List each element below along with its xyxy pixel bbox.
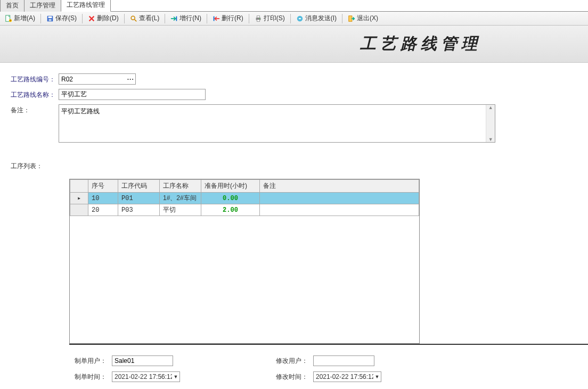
separator	[40, 14, 41, 23]
svg-rect-8	[257, 19, 259, 21]
create-user-label: 制单用户：	[75, 357, 112, 366]
svg-point-5	[131, 16, 135, 20]
modify-user-label: 修改用户：	[276, 357, 313, 366]
svg-rect-7	[257, 15, 259, 18]
separator	[290, 14, 291, 23]
name-input[interactable]	[59, 89, 206, 100]
code-input-wrap: ···	[59, 73, 136, 85]
cell-proc-code[interactable]: P01	[118, 193, 160, 204]
create-time-input[interactable]: 2021-02-22 17:56:12 ▼	[112, 371, 180, 382]
print-icon	[255, 15, 262, 22]
col-proc-name[interactable]: 工序名称	[160, 180, 201, 193]
grid: 序号 工序代码 工序名称 准备用时(小时) 备注 ▸ 10 P01 1#、2#车…	[69, 179, 420, 344]
view-button[interactable]: 查看(L)	[127, 12, 162, 24]
cell-proc-name[interactable]: 1#、2#车间	[160, 193, 201, 204]
footer: 制单用户： 制单时间： 2021-02-22 17:56:12 ▼ 修改用户： …	[0, 345, 588, 382]
cell-prep-time[interactable]: 0.00	[201, 193, 260, 204]
delrow-button[interactable]: 删行(R)	[210, 12, 246, 24]
table-row[interactable]: ▸ 10 P01 1#、2#车间 0.00	[70, 193, 419, 204]
msg-label: 消息发送(I)	[305, 14, 337, 23]
exit-button[interactable]: 退出(X)	[345, 12, 381, 24]
save-icon	[46, 15, 54, 22]
grid-rowheader-blank	[70, 180, 88, 193]
tab-process-manage[interactable]: 工序管理	[24, 0, 61, 12]
save-button[interactable]: 保存(S)	[44, 12, 79, 24]
addrow-label: 增行(N)	[179, 14, 201, 23]
col-prep-time[interactable]: 准备用时(小时)	[201, 180, 260, 193]
list-label: 工序列表：	[11, 160, 59, 171]
remark-label: 备注：	[11, 104, 59, 115]
cell-seq[interactable]: 20	[88, 204, 118, 216]
code-lookup-button[interactable]: ···	[126, 76, 135, 83]
grid-header-row: 序号 工序代码 工序名称 准备用时(小时) 备注	[70, 180, 419, 193]
form-area: 工艺路线编号： ··· 工艺路线名称： 备注： ▲▼ 工序列表： 序号 工序代码…	[0, 63, 588, 345]
svg-point-9	[259, 18, 260, 19]
remark-input[interactable]	[59, 105, 486, 142]
search-icon	[130, 15, 137, 22]
row-indicator-icon: ▸	[70, 193, 88, 204]
add-label: 新增(A)	[14, 14, 35, 23]
delrow-icon	[213, 15, 220, 22]
banner: 工艺路线管理	[0, 26, 588, 63]
addrow-icon	[170, 15, 178, 22]
code-input[interactable]	[59, 76, 126, 83]
col-proc-code[interactable]: 工序代码	[118, 180, 160, 193]
separator	[207, 14, 207, 23]
separator	[249, 14, 249, 23]
modify-user-input[interactable]	[313, 355, 374, 366]
table-row[interactable]: 20 P03 平切 2.00	[70, 204, 419, 216]
print-label: 打印(S)	[264, 14, 285, 23]
chevron-down-icon[interactable]: ▼	[172, 374, 179, 379]
delete-label: 删除(D)	[97, 14, 119, 23]
delete-icon	[88, 15, 95, 22]
print-button[interactable]: 打印(S)	[252, 12, 288, 24]
delrow-label: 删行(R)	[222, 14, 243, 23]
create-time-value: 2021-02-22 17:56:12	[112, 373, 172, 380]
view-label: 查看(L)	[139, 14, 160, 23]
cell-proc-code[interactable]: P03	[118, 204, 160, 216]
svg-rect-11	[349, 15, 352, 21]
remark-scrollbar[interactable]: ▲▼	[486, 105, 495, 142]
svg-rect-3	[48, 16, 52, 18]
separator	[82, 14, 83, 23]
tab-bar: 首页 工序管理 工艺路线管理	[0, 0, 588, 12]
scroll-up-icon[interactable]: ▲	[488, 105, 493, 110]
exit-label: 退出(X)	[357, 14, 378, 23]
msg-icon	[296, 15, 304, 22]
delete-button[interactable]: 删除(D)	[85, 12, 121, 24]
chevron-down-icon[interactable]: ▼	[373, 374, 381, 379]
name-label: 工艺路线名称：	[11, 89, 59, 100]
separator	[124, 14, 125, 23]
addrow-button[interactable]: 增行(N)	[168, 12, 204, 24]
row-indicator	[70, 204, 88, 216]
exit-icon	[348, 15, 355, 22]
scroll-down-icon[interactable]: ▼	[488, 137, 493, 142]
cell-remark[interactable]	[260, 193, 419, 204]
create-time-label: 制单时间：	[75, 373, 112, 382]
create-user-input[interactable]	[112, 355, 173, 366]
remark-wrap: ▲▼	[59, 104, 495, 143]
save-label: 保存(S)	[55, 14, 77, 23]
modify-time-input[interactable]: 2021-02-22 17:56:12 ▼	[313, 371, 381, 382]
add-button[interactable]: 新增(A)	[2, 12, 38, 24]
code-label: 工艺路线编号：	[11, 73, 59, 84]
separator	[165, 14, 165, 23]
col-remark[interactable]: 备注	[260, 180, 419, 193]
separator	[342, 14, 342, 23]
page-title: 工艺路线管理	[360, 33, 481, 55]
cell-remark[interactable]	[260, 204, 419, 216]
cell-proc-name[interactable]: 平切	[160, 204, 201, 216]
cell-prep-time[interactable]: 2.00	[201, 204, 260, 216]
svg-rect-4	[48, 19, 51, 21]
modify-time-value: 2021-02-22 17:56:12	[314, 373, 373, 380]
col-seq[interactable]: 序号	[88, 180, 118, 193]
modify-time-label: 修改时间：	[276, 373, 313, 382]
toolbar: 新增(A) 保存(S) 删除(D) 查看(L) 增行(N) 删行(R) 打印(S…	[0, 12, 588, 26]
cell-seq[interactable]: 10	[88, 193, 118, 204]
tab-route-manage[interactable]: 工艺路线管理	[61, 0, 111, 12]
msg-button[interactable]: 消息发送(I)	[293, 12, 339, 24]
tab-home[interactable]: 首页	[0, 0, 24, 12]
new-doc-icon	[5, 15, 12, 22]
